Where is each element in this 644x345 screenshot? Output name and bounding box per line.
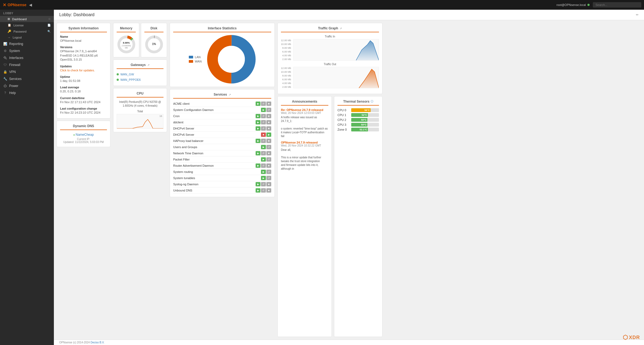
sidebar-item-password[interactable]: 🔑 Password 🔍 — [0, 28, 54, 34]
sidebar-item-logout[interactable]: → Logout — [0, 34, 54, 40]
vpn-label: VPN — [9, 70, 16, 74]
service-routing-start[interactable]: ▶ — [261, 170, 266, 174]
sidebar-item-dashboard[interactable]: ⊞ Dashboard ⚙ — [0, 16, 54, 22]
service-dhcp6-restart[interactable]: ▶ — [266, 133, 271, 137]
service-ntp: Network Time Daemon ▶ ↺ ■ — [173, 150, 271, 156]
sidebar-item-interfaces[interactable]: 🔌 Interfaces — [0, 54, 54, 61]
vpn-icon: 🔒 — [3, 70, 7, 74]
sidebar-item-reporting[interactable]: 📊 Reporting — [0, 40, 54, 47]
service-dhcp4-start[interactable]: ▶ — [256, 126, 260, 131]
service-acme-start[interactable]: ▶ — [256, 102, 260, 106]
service-ntp-stop[interactable]: ■ — [266, 151, 271, 155]
logout-label: Logout — [13, 36, 22, 39]
service-cron: Cron ▶ ↺ ■ — [173, 113, 271, 119]
service-pf-restart[interactable]: ↺ — [266, 157, 271, 162]
gateway-wan-gw: WAN_GW — [117, 72, 163, 77]
updates-label: Updates — [60, 65, 107, 68]
name-value: OPNsense.local — [60, 39, 107, 43]
sidebar-item-help[interactable]: ? Help — [0, 89, 54, 96]
service-dhcp4-name: DHCPv4 Server — [173, 127, 256, 130]
service-ddclient-start[interactable]: ▶ — [256, 120, 260, 124]
sidebar-toggle[interactable]: ◀ — [29, 3, 32, 7]
service-radvd-btns: ▶ ↺ ■ — [256, 163, 271, 168]
service-radvd-stop[interactable]: ■ — [266, 163, 271, 168]
sidebar-item-license[interactable]: 📋 License 📄 — [0, 22, 54, 28]
thermal-cpu3-bar-bg: 50°C — [351, 123, 379, 127]
sidebar-item-power[interactable]: ⏻ Power — [0, 82, 54, 89]
service-haproxy-btns: ▶ ↺ ■ — [256, 139, 271, 143]
gateway-wan-pppoe6-name[interactable]: WAN_PPPOE6 — [120, 78, 141, 81]
service-radvd-start[interactable]: ▶ — [256, 163, 260, 168]
service-confd-name: System Configuration Daemon — [173, 108, 261, 111]
service-unbound-start[interactable]: ▶ — [256, 188, 260, 193]
footer-link[interactable]: Deciso B.V. — [90, 341, 104, 344]
service-dhcp6-name: DHCPv6 Server — [173, 133, 261, 136]
service-ddclient-name: ddclient — [173, 121, 256, 124]
service-acme-name: ACME client — [173, 102, 256, 105]
service-tunables-start[interactable]: ▶ — [261, 176, 266, 180]
sidebar-item-system[interactable]: ⚙ System — [0, 47, 54, 54]
service-syslog-restart[interactable]: ↺ — [261, 182, 266, 186]
service-ddclient-stop[interactable]: ■ — [266, 120, 271, 124]
service-confd-restart[interactable]: ↺ — [266, 108, 271, 112]
cpu-graph-area: 16 — [117, 114, 163, 129]
thermal-zone0-bar: 52.1°C — [351, 128, 368, 131]
updates-value[interactable]: Click to check for updates. — [60, 68, 107, 72]
service-cron-restart[interactable]: ↺ — [261, 114, 266, 118]
firewall-icon: 🛡 — [3, 63, 7, 67]
service-syslog-btns: ▶ ↺ ■ — [256, 182, 271, 186]
service-cron-start[interactable]: ▶ — [256, 114, 260, 118]
service-tunables-restart[interactable]: ↺ — [266, 176, 271, 180]
service-ddclient-restart[interactable]: ↺ — [261, 120, 266, 124]
legend-wan-label: WAN — [195, 60, 201, 63]
cpu-chart — [117, 114, 163, 128]
service-unbound-name: Unbound DNS — [173, 189, 256, 192]
service-ntp-start[interactable]: ▶ — [256, 151, 260, 155]
service-unbound-restart[interactable]: ↺ — [261, 188, 266, 193]
service-pf-start[interactable]: ▶ — [261, 157, 266, 162]
cpu-title: CPU — [117, 92, 163, 97]
service-pf: Packet Filter ▶ ↺ — [173, 156, 271, 163]
dashboard-arrow: ⚙ — [48, 18, 51, 20]
sidebar-item-firewall[interactable]: 🛡 Firewall — [0, 61, 54, 68]
thermal-info-icon[interactable]: ⓘ — [371, 100, 373, 103]
service-users-start[interactable]: ▶ — [261, 145, 266, 149]
datetime-label: Current date/time — [60, 96, 107, 100]
traffic-external-icon[interactable]: ↗ — [340, 27, 342, 30]
interface-stats-card: Interface Statistics LAN WAN — [170, 23, 275, 87]
sidebar-item-vpn[interactable]: 🔒 VPN — [0, 68, 54, 75]
service-confd-start[interactable]: ▶ — [261, 108, 266, 112]
content-area: Lobby: Dashboard ✏ System Information Na… — [54, 10, 644, 345]
sidebar-item-services[interactable]: 🔧 Services — [0, 75, 54, 82]
service-syslog-start[interactable]: ▶ — [256, 182, 260, 186]
dynamic-dns-card: Dynamic DNS ● NameCheap Current IP: Upda… — [57, 121, 110, 147]
service-dhcp4-restart[interactable]: ↺ — [261, 126, 266, 131]
service-syslog-stop[interactable]: ■ — [266, 182, 271, 186]
search-input[interactable] — [593, 2, 641, 8]
services-external-icon[interactable]: ↗ — [229, 93, 231, 96]
service-users-restart[interactable]: ↺ — [266, 145, 271, 149]
service-dhcp4-stop[interactable]: ■ — [266, 126, 271, 131]
service-haproxy-start[interactable]: ▶ — [256, 139, 260, 143]
service-cron-stop[interactable]: ■ — [266, 114, 271, 118]
service-dhcp6-start[interactable]: ■ — [261, 133, 266, 137]
gateways-external-icon[interactable]: ↗ — [147, 64, 149, 67]
service-unbound-stop[interactable]: ■ — [266, 188, 271, 193]
logo[interactable]: ✕ OPNsense — [3, 2, 26, 8]
service-routing-restart[interactable]: ↺ — [266, 170, 271, 174]
service-routing: System routing ▶ ↺ — [173, 169, 271, 175]
lastconfig-label: Last configuration change — [60, 107, 107, 110]
service-ntp-restart[interactable]: ↺ — [261, 151, 266, 155]
service-acme-stop[interactable]: ■ — [266, 102, 271, 106]
thermal-cpu0-bar-bg: 56°C — [351, 108, 379, 112]
service-haproxy-restart[interactable]: ↺ — [261, 139, 266, 143]
service-radvd-restart[interactable]: ↺ — [261, 163, 266, 168]
dns-provider[interactable]: NameCheap — [76, 133, 94, 137]
service-haproxy-stop[interactable]: ■ — [266, 139, 271, 143]
dashboard-content: System Information Name OPNsense.local V… — [54, 20, 644, 340]
announce-1-title[interactable]: Re: OPNsense 24.7.9 released — [281, 108, 328, 111]
announce-2-title[interactable]: OPNsense 24.7.9 released — [281, 141, 328, 144]
gateway-wan-gw-name[interactable]: WAN_GW — [120, 73, 134, 76]
edit-dashboard-icon[interactable]: ✏ — [636, 13, 639, 17]
service-acme-restart[interactable]: ↺ — [261, 102, 266, 106]
